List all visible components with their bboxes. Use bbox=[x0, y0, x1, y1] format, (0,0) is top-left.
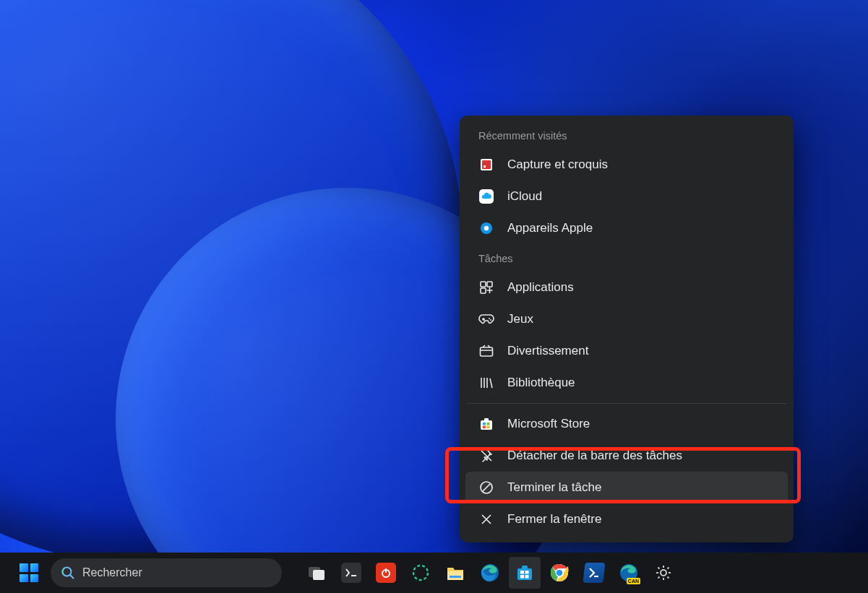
taskbar-app-chrome[interactable] bbox=[543, 557, 575, 589]
jumplist-item-label: Jeux bbox=[507, 312, 533, 326]
search-placeholder: Rechercher bbox=[82, 566, 142, 579]
svg-rect-1 bbox=[482, 160, 491, 169]
taskbar-app-edge[interactable] bbox=[474, 557, 506, 589]
jumplist-item-label: Terminer la tâche bbox=[507, 480, 601, 495]
taskbar-search[interactable]: Rechercher bbox=[51, 558, 282, 587]
jumplist-separator bbox=[467, 403, 786, 404]
taskbar-app-edge-canary[interactable]: CAN bbox=[613, 557, 645, 589]
svg-rect-15 bbox=[487, 423, 490, 425]
svg-point-9 bbox=[489, 318, 490, 319]
edge-icon bbox=[480, 563, 500, 583]
jumplist-item-label: Divertissement bbox=[507, 344, 588, 358]
jumplist-section-tasks: Tâches bbox=[465, 244, 788, 272]
taskbar-pinned-apps: CAN bbox=[301, 557, 679, 589]
jumplist-item-label: Appareils Apple bbox=[507, 221, 593, 235]
jumplist-item-label: Applications bbox=[507, 280, 574, 295]
windows-logo-icon bbox=[20, 563, 38, 582]
svg-rect-16 bbox=[483, 426, 486, 429]
svg-rect-13 bbox=[484, 418, 489, 421]
unpin-icon bbox=[478, 448, 494, 464]
svg-rect-26 bbox=[450, 576, 461, 578]
games-icon bbox=[478, 311, 494, 327]
svg-point-10 bbox=[490, 319, 491, 321]
jumplist-item-label: iCloud bbox=[507, 189, 542, 204]
taskbar-app-shutdown[interactable] bbox=[370, 557, 402, 589]
taskbar-app-powershell[interactable] bbox=[578, 557, 610, 589]
dashed-circle-icon bbox=[411, 563, 431, 583]
ms-store-icon bbox=[515, 563, 535, 583]
taskbar-app-task-view[interactable] bbox=[301, 557, 332, 589]
svg-rect-32 bbox=[520, 575, 524, 579]
jumplist-item-label: Fermer la fenêtre bbox=[507, 512, 601, 527]
jumplist-item-microsoft-store[interactable]: Microsoft Store bbox=[465, 408, 788, 440]
close-icon bbox=[478, 511, 494, 527]
terminal-icon bbox=[341, 563, 361, 583]
jumplist-item-unpin[interactable]: Détacher de la barre des tâches bbox=[465, 440, 788, 472]
edge-canary-icon: CAN bbox=[619, 563, 639, 583]
jumplist-item-bibliotheque[interactable]: Bibliothèque bbox=[465, 367, 788, 399]
jumplist-section-recent: Récemment visités bbox=[465, 126, 788, 149]
svg-rect-14 bbox=[483, 423, 486, 425]
jumplist-item-label: Bibliothèque bbox=[507, 376, 575, 390]
apps-icon bbox=[478, 280, 494, 295]
svg-rect-2 bbox=[484, 165, 486, 168]
svg-point-24 bbox=[413, 566, 428, 580]
svg-rect-30 bbox=[520, 571, 524, 574]
settings-icon bbox=[653, 563, 674, 583]
jumplist-item-label: Microsoft Store bbox=[507, 417, 590, 431]
svg-rect-6 bbox=[481, 282, 486, 287]
taskbar-app-circle[interactable] bbox=[405, 557, 437, 589]
task-view-icon bbox=[306, 563, 327, 583]
library-icon bbox=[478, 375, 494, 391]
svg-rect-7 bbox=[487, 282, 492, 287]
taskbar-app-file-explorer[interactable] bbox=[439, 557, 471, 589]
svg-rect-31 bbox=[525, 571, 529, 574]
icloud-icon bbox=[478, 189, 494, 204]
svg-rect-11 bbox=[481, 347, 493, 356]
taskbar-app-terminal[interactable] bbox=[335, 557, 367, 589]
snip-icon bbox=[478, 157, 494, 173]
jumplist-item-jeux[interactable]: Jeux bbox=[465, 303, 788, 335]
jumplist-item-label: Capture et croquis bbox=[507, 157, 608, 172]
jumplist-item-label: Détacher de la barre des tâches bbox=[507, 449, 682, 463]
svg-rect-29 bbox=[522, 566, 528, 569]
jumplist-item-divertissement[interactable]: Divertissement bbox=[465, 335, 788, 367]
jumplist-item-capture-et-croquis[interactable]: Capture et croquis bbox=[465, 149, 788, 181]
jumplist-item-icloud[interactable]: iCloud bbox=[465, 181, 788, 212]
svg-rect-33 bbox=[525, 575, 529, 579]
file-explorer-icon bbox=[445, 563, 465, 583]
chrome-icon bbox=[549, 563, 570, 583]
end-task-icon bbox=[478, 480, 494, 495]
svg-point-36 bbox=[557, 570, 563, 576]
jumplist-item-close-window[interactable]: Fermer la fenêtre bbox=[465, 503, 788, 535]
canary-badge: CAN bbox=[627, 578, 640, 584]
svg-rect-22 bbox=[313, 570, 325, 580]
apple-devices-icon bbox=[478, 220, 494, 236]
powershell-icon bbox=[583, 563, 606, 583]
jumplist-item-applications[interactable]: Applications bbox=[465, 272, 788, 303]
search-icon bbox=[61, 566, 75, 580]
svg-point-5 bbox=[484, 226, 489, 230]
ms-store-icon bbox=[478, 416, 494, 432]
taskbar: Rechercher bbox=[0, 553, 868, 593]
svg-rect-17 bbox=[487, 426, 490, 429]
svg-point-38 bbox=[661, 570, 666, 576]
svg-rect-8 bbox=[481, 288, 486, 293]
svg-rect-12 bbox=[481, 420, 492, 430]
taskbar-app-microsoft-store[interactable] bbox=[509, 557, 541, 589]
jumplist-item-end-task[interactable]: Terminer la tâche bbox=[465, 472, 788, 503]
jumplist-item-appareils-apple[interactable]: Appareils Apple bbox=[465, 212, 788, 244]
taskbar-jumplist: Récemment visités Capture et croquis iCl… bbox=[460, 116, 794, 542]
taskbar-app-settings[interactable] bbox=[648, 557, 679, 589]
power-icon bbox=[376, 563, 396, 583]
entertainment-icon bbox=[478, 343, 494, 359]
start-button[interactable] bbox=[13, 557, 45, 589]
svg-rect-28 bbox=[517, 568, 532, 580]
